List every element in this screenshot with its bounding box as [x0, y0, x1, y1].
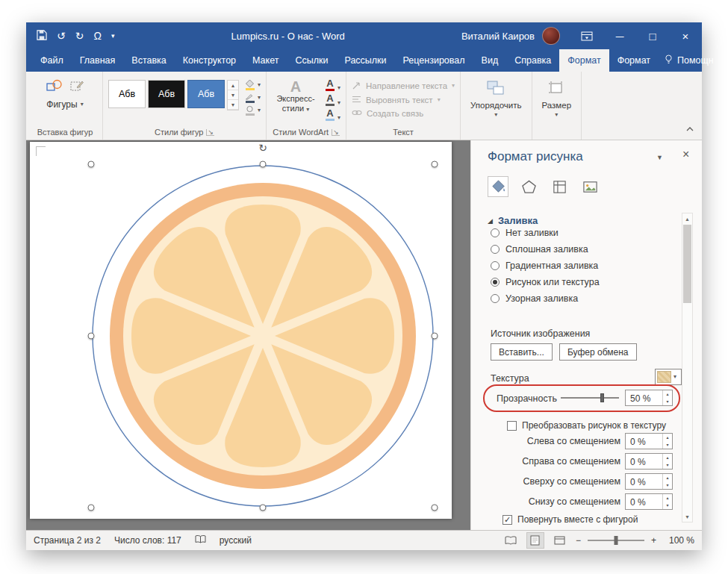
tab-format-picture[interactable]: Формат: [609, 49, 659, 72]
spinner-arrows[interactable]: ▴▾: [662, 474, 672, 489]
text-outline-button[interactable]: А ▾: [326, 94, 340, 106]
close-button[interactable]: ×: [669, 22, 702, 49]
selection-handle-s[interactable]: [260, 505, 267, 511]
arrange-button[interactable]: Упорядочить ▾: [466, 81, 526, 118]
layout-properties-category-icon[interactable]: [549, 176, 570, 197]
convert-to-texture-checkbox[interactable]: Преобразовать рисунок в текстуру: [507, 420, 666, 431]
scrollbar-thumb[interactable]: [683, 225, 691, 303]
tab-design[interactable]: Конструктор: [175, 49, 244, 72]
gallery-up-button[interactable]: ▴: [228, 81, 238, 90]
tab-format-drawing[interactable]: Формат: [559, 49, 609, 72]
shape-fill-button[interactable]: ▾: [245, 80, 261, 90]
spinner-arrows[interactable]: ▴▾: [662, 454, 672, 469]
dialog-launcher-icon[interactable]: ↘: [206, 129, 214, 136]
radio-no-fill[interactable]: Нет заливки: [491, 227, 559, 238]
radio-solid-fill[interactable]: Сплошная заливка: [491, 243, 588, 255]
scroll-up-icon[interactable]: ▲: [682, 213, 692, 224]
read-mode-view-icon[interactable]: [502, 532, 520, 549]
minimize-button[interactable]: ─: [603, 22, 636, 49]
gallery-down-button[interactable]: ▾: [228, 90, 238, 100]
text-direction-button[interactable]: Направление текста ▾: [352, 81, 455, 91]
radio-gradient-fill[interactable]: Градиентная заливка: [491, 260, 598, 271]
selection-handle-n[interactable]: [260, 161, 267, 168]
document-page[interactable]: ↻: [30, 142, 452, 519]
zoom-slider-thumb[interactable]: [614, 536, 617, 545]
slider-thumb[interactable]: [600, 393, 604, 402]
save-icon[interactable]: [37, 30, 47, 43]
pane-scrollbar[interactable]: ▲ ▼: [682, 213, 693, 522]
shape-style-preset-3[interactable]: Абв: [187, 80, 225, 108]
web-layout-view-icon[interactable]: [551, 532, 569, 549]
selection-handle-e[interactable]: [432, 333, 438, 340]
fill-section-header[interactable]: ◢ Заливка: [488, 215, 538, 226]
spinner-arrows[interactable]: ▴▾: [662, 434, 672, 449]
spinner-arrows[interactable]: ▴▾: [662, 494, 672, 509]
offset-right-spinbox[interactable]: 0 % ▴▾: [625, 453, 673, 470]
quick-styles-button[interactable]: А Экспресс- стили ▾: [272, 79, 320, 121]
tab-references[interactable]: Ссылки: [287, 49, 336, 72]
symbol-omega-icon[interactable]: Ω: [93, 31, 101, 41]
gallery-more-button[interactable]: ▾: [228, 100, 238, 110]
zoom-slider[interactable]: [588, 535, 644, 546]
tab-layout[interactable]: Макет: [244, 49, 287, 72]
edit-shape-icon[interactable]: [70, 80, 84, 95]
tab-review[interactable]: Рецензировал: [395, 49, 473, 72]
ribbon-display-options-icon[interactable]: [570, 22, 603, 49]
tab-home[interactable]: Главная: [72, 49, 124, 72]
slider-track[interactable]: [561, 397, 619, 399]
tab-file[interactable]: Файл: [32, 49, 72, 72]
tab-help[interactable]: Справка: [506, 49, 559, 72]
rotate-handle-icon[interactable]: ↻: [258, 142, 267, 154]
redo-icon[interactable]: ↻: [75, 31, 84, 41]
collapse-ribbon-icon[interactable]: [685, 122, 694, 135]
text-effects-button[interactable]: А ▾: [326, 109, 340, 121]
transparency-slider[interactable]: [561, 391, 619, 405]
language-indicator[interactable]: русский: [220, 535, 252, 546]
zoom-in-button[interactable]: +: [651, 535, 656, 546]
offset-bottom-spinbox[interactable]: 0 % ▴▾: [625, 493, 673, 510]
page-indicator[interactable]: Страница 2 из 2: [34, 535, 101, 546]
picture-category-icon[interactable]: [579, 176, 600, 197]
scroll-down-icon[interactable]: ▼: [682, 511, 692, 522]
pane-close-icon[interactable]: ×: [682, 148, 689, 161]
tab-view[interactable]: Вид: [473, 49, 507, 72]
fill-line-category-icon[interactable]: [488, 176, 508, 197]
shapes-gallery-icon[interactable]: [46, 79, 63, 95]
offset-left-spinbox[interactable]: 0 % ▴▾: [625, 433, 673, 449]
tab-mailings[interactable]: Рассылки: [336, 49, 394, 72]
radio-pattern-fill[interactable]: Узорная заливка: [491, 293, 578, 304]
texture-dropdown[interactable]: ▾: [655, 369, 682, 385]
radio-picture-texture-fill[interactable]: Рисунок или текстура: [491, 276, 600, 287]
create-link-button[interactable]: Создать связь: [352, 109, 455, 118]
proofing-icon[interactable]: [195, 535, 206, 546]
tell-me-button[interactable]: Помощн: [659, 49, 720, 72]
shape-style-preset-1[interactable]: Абв: [108, 80, 146, 108]
shapes-button[interactable]: Фигуры ▾: [46, 99, 83, 110]
selection-handle-sw[interactable]: [88, 505, 95, 511]
align-text-button[interactable]: Выровнять текст ▾: [352, 95, 455, 105]
text-fill-button[interactable]: А ▾: [326, 79, 340, 91]
rotate-with-shape-checkbox[interactable]: ✓ Повернуть вместе с фигурой: [503, 514, 638, 525]
document-canvas[interactable]: ↻: [26, 140, 470, 530]
insert-picture-button[interactable]: Вставить...: [491, 343, 553, 361]
print-layout-view-icon[interactable]: [526, 532, 544, 549]
offset-top-spinbox[interactable]: 0 % ▴▾: [625, 473, 673, 490]
selected-shape-orange-slice[interactable]: ↻: [91, 164, 435, 508]
selection-handle-nw[interactable]: [88, 161, 95, 168]
selection-handle-se[interactable]: [432, 505, 438, 511]
clipboard-button[interactable]: Буфер обмена: [559, 343, 637, 361]
shape-outline-button[interactable]: ▾: [245, 93, 261, 103]
user-name[interactable]: Виталий Каиров: [461, 31, 535, 42]
dialog-launcher-icon[interactable]: ↘: [332, 129, 340, 136]
pane-menu-caret-icon[interactable]: ▼: [656, 154, 663, 161]
shape-style-preset-2[interactable]: Абв: [148, 80, 185, 108]
zoom-out-button[interactable]: −: [576, 535, 581, 546]
maximize-button[interactable]: □: [636, 22, 669, 49]
zoom-level[interactable]: 100 %: [663, 535, 694, 546]
share-button[interactable]: Поделиться: [723, 49, 728, 72]
effects-category-icon[interactable]: [518, 176, 539, 197]
spinner-arrows[interactable]: ▴▾: [662, 390, 672, 405]
transparency-spinbox[interactable]: 50 % ▴▾: [625, 390, 673, 406]
user-avatar[interactable]: [542, 27, 560, 45]
undo-icon[interactable]: ↺: [57, 31, 66, 41]
